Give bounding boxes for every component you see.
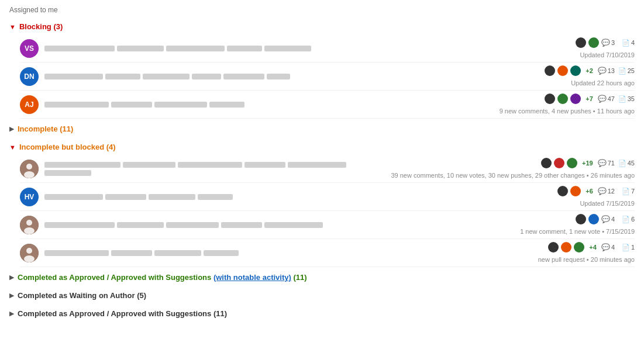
section-completed-waiting: ▶ Completed as Waiting on Author (5) [9,288,635,303]
mini-avatar [557,94,568,104]
section-incomplete: ▶ Incomplete (11) [9,121,635,137]
meta-row: +19 💬 71 📄 45 [541,158,635,168]
time-row: 39 new comments, 10 new votes, 30 new pu… [391,171,635,179]
pr-content [44,46,566,51]
avatar: HV [20,188,39,206]
pr-content [44,102,490,108]
section-header-completed-approved[interactable]: ▶ Completed as Approved / Approved with … [9,269,635,285]
section-completed-approved: ▶ Completed as Approved / Approved with … [9,269,635,285]
comment-icon: 💬 [601,215,610,223]
pr-row[interactable]: VS 💬 3 📄 4 [20,34,635,63]
meta-row: 💬 3 📄 4 [576,37,635,48]
pr-row-wrapper: DN +2 💬 13 📄 25 [12,63,635,91]
pr-content [44,194,548,200]
section-title: Completed as Approved / Approved with Su… [18,309,227,318]
file-count: 📄 35 [617,95,635,103]
file-icon: 📄 [622,39,630,47]
updated-time: Updated 7/10/2019 [580,51,635,58]
toggle-icon: ▶ [9,274,14,281]
time-row: Updated 7/15/2019 [580,199,635,207]
comment-count: 💬 3 [601,39,615,47]
comment-icon: 💬 [601,243,610,251]
section-header-incomplete-blocked[interactable]: ▼ Incomplete but blocked (4) [9,139,635,155]
avatar: AJ [20,95,39,114]
pr-row[interactable]: DN +2 💬 13 📄 25 [20,63,635,91]
comment-icon: 💬 [598,67,607,75]
activity-text: 9 new comments, 4 new pushes • 11 hours … [500,108,635,115]
time-row: 1 new comment, 1 new vote • 7/15/2019 [520,227,635,236]
section-title: Completed as Waiting on Author (5) [18,291,146,300]
section-header-completed-approved2[interactable]: ▶ Completed as Approved / Approved with … [9,306,635,321]
file-count: 📄 25 [617,67,635,75]
section-title: Completed as Approved / Approved with Su… [18,273,307,282]
pr-content [44,250,529,256]
section-header-completed-waiting[interactable]: ▶ Completed as Waiting on Author (5) [9,288,635,303]
toggle-icon: ▼ [9,23,16,30]
file-icon: 📄 [622,244,630,251]
avatar [20,160,39,178]
file-count: 📄 45 [617,160,635,167]
mini-avatar [570,186,581,196]
time-row: Updated 22 hours ago [571,78,635,87]
section-completed-approved2: ▶ Completed as Approved / Approved with … [9,306,635,321]
avatar [20,244,39,262]
comment-icon: 💬 [601,39,610,47]
meta-row: +7 💬 47 📄 35 [545,94,635,104]
pr-meta: 💬 4 📄 6 1 new comment, 1 new vote • 7/15… [511,214,635,236]
file-count: 📄 7 [617,188,635,195]
mini-avatar [548,242,559,252]
pr-row[interactable]: AJ +7 💬 47 📄 35 [20,91,635,119]
pr-list-incomplete-blocked: +19 💬 71 📄 45 39 new comments, 10 new vo… [12,155,635,267]
file-icon: 📄 [618,67,626,75]
mini-avatar [576,214,586,224]
pr-meta: +19 💬 71 📄 45 39 new comments, 10 new vo… [381,158,635,179]
updated-time: Updated 22 hours ago [571,79,635,87]
svg-point-1 [26,164,32,170]
svg-point-2 [24,171,35,178]
mini-avatar [570,94,581,104]
file-icon: 📄 [622,216,630,223]
toggle-icon: ▶ [9,292,14,299]
section-title: Incomplete (11) [18,124,73,133]
comment-count: 💬 4 [601,243,615,251]
toggle-icon: ▼ [9,144,16,151]
pr-list-blocking: VS 💬 3 📄 4 [12,34,635,119]
pr-row[interactable]: 💬 4 📄 6 1 new comment, 1 new vote • 7/15… [20,211,635,239]
mini-avatar [574,242,584,252]
svg-point-4 [26,220,32,226]
pr-row[interactable]: +19 💬 71 📄 45 39 new comments, 10 new vo… [20,155,635,183]
comment-count: 💬 71 [598,159,615,167]
mini-avatar [588,214,599,224]
mini-avatar [541,158,552,168]
pr-row[interactable]: +4 💬 4 📄 1 new pull request • 20 minutes… [20,239,635,267]
section-header-incomplete[interactable]: ▶ Incomplete (11) [9,121,635,137]
mini-avatar [554,158,564,168]
meta-row: 💬 4 📄 6 [576,214,635,224]
file-icon: 📄 [622,188,630,195]
mini-avatar [545,65,555,76]
comment-count: 💬 4 [601,215,615,223]
mini-avatar [557,65,568,76]
svg-point-7 [26,248,32,254]
comment-count: 💬 13 [598,67,615,75]
toggle-icon: ▶ [9,310,14,317]
file-count: 📄 1 [617,244,635,251]
pr-meta: +7 💬 47 📄 35 9 new comments, 4 new pushe… [490,94,635,115]
activity-text: new pull request • 20 minutes ago [538,256,635,263]
avatar [20,216,39,234]
comment-count: 💬 12 [598,187,615,195]
section-incomplete-blocked: ▼ Incomplete but blocked (4) [9,139,635,267]
avatar: VS [20,39,39,58]
pr-row-wrapper: +4 💬 4 📄 1 new pull request • 20 minutes… [12,239,635,267]
section-count: (11) [293,273,306,282]
meta-row: +6 💬 12 📄 7 [557,186,635,196]
vote-count: +6 [583,187,595,195]
section-header-blocking[interactable]: ▼ Blocking (3) [9,19,635,34]
notable-activity-link[interactable]: (with notable activity) [213,273,291,282]
pr-content [44,162,381,176]
mini-avatar [576,37,586,48]
svg-point-8 [24,255,35,262]
pr-meta: 💬 3 📄 4 Updated 7/10/2019 [566,37,635,59]
pr-row[interactable]: HV +6 💬 12 📄 7 [20,183,635,211]
time-row: Updated 7/10/2019 [580,50,635,59]
